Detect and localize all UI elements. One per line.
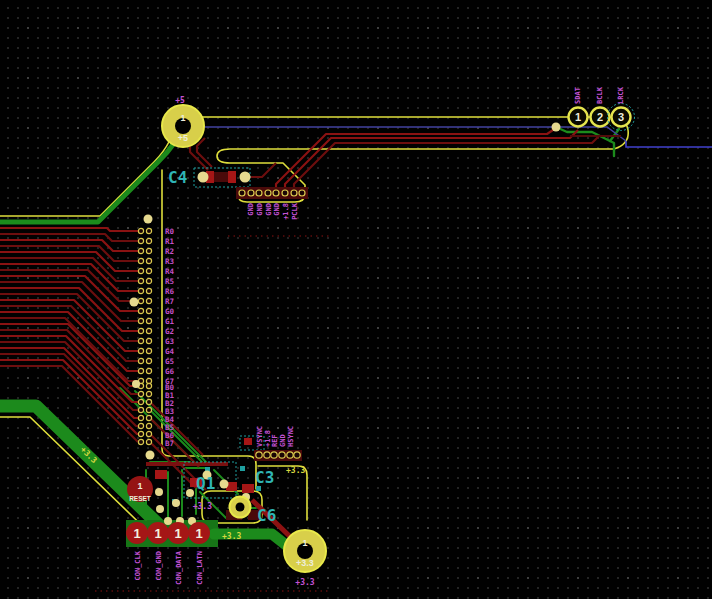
teal-pad[interactable] <box>240 466 245 471</box>
via-small[interactable] <box>552 123 561 132</box>
c4-padcap-2[interactable] <box>228 171 236 183</box>
silk-r3[interactable]: R3 <box>165 257 175 266</box>
silk-gnd-2[interactable]: GND <box>256 203 264 216</box>
reset-pad[interactable]: 1 RESET <box>127 476 153 502</box>
pad[interactable] <box>186 489 194 497</box>
silk-g1[interactable]: G1 <box>165 317 175 326</box>
silk-con-gnd[interactable]: CON_GND <box>155 551 163 581</box>
trace-blue-exit[interactable] <box>626 141 712 147</box>
pad[interactable] <box>155 488 163 496</box>
silk-pclk[interactable]: PCLK <box>291 202 299 220</box>
ffc-top-row[interactable]: GND GND GND GND +1.8 PCLK <box>228 187 330 236</box>
ref-c4[interactable]: C4 <box>168 168 187 187</box>
sync-header[interactable]: VSYNC +1.8 REF GND HSYNC <box>254 426 302 461</box>
silk-1v8[interactable]: +1.8 <box>282 203 290 220</box>
silk-gnd-b[interactable]: GND <box>279 434 287 447</box>
traces-red-c4[interactable] <box>190 133 276 177</box>
silk-r0[interactable]: R0 <box>165 227 175 236</box>
silk-ref[interactable]: REF <box>271 434 279 447</box>
silk-r2[interactable]: R2 <box>165 247 174 256</box>
audio-header[interactable]: 1 2 3 SDAT BCLK LRCK <box>552 86 635 131</box>
silk-r7[interactable]: R7 <box>165 297 174 306</box>
trace-r7[interactable] <box>0 270 138 301</box>
sync-pad[interactable] <box>264 452 270 458</box>
ffc-top-pad[interactable] <box>256 190 262 196</box>
outline-top[interactable] <box>0 117 628 216</box>
c6-via[interactable] <box>230 497 251 518</box>
silk-r5[interactable]: R5 <box>165 277 174 286</box>
silk-gnd-3[interactable]: GND <box>265 203 273 216</box>
pad[interactable] <box>172 499 180 507</box>
sync-pad[interactable] <box>294 452 300 458</box>
silk-con-data[interactable]: CON_DATA <box>175 550 183 585</box>
sync-pad[interactable] <box>287 452 293 458</box>
power-pad-33[interactable]: 1 +3.3 <box>284 530 326 572</box>
silk-bclk[interactable]: BCLK <box>596 86 604 104</box>
silk-g3[interactable]: G3 <box>165 337 175 346</box>
ffc-top-pad[interactable] <box>291 190 297 196</box>
ffc-top-pad[interactable] <box>265 190 271 196</box>
pad[interactable] <box>220 480 229 489</box>
rgb-connector[interactable]: R0 R1 R2 R3 R4 R5 R6 R7 G0 G1 G2 G3 G4 G… <box>138 227 174 448</box>
pcb-canvas[interactable]: 1 +5 +5 1 2 3 SDAT BCLK LRCK C4 GND <box>0 0 712 599</box>
silk-b7[interactable]: B7 <box>165 439 174 448</box>
silk-g5[interactable]: G5 <box>165 357 174 366</box>
silk-r1[interactable]: R1 <box>165 237 175 246</box>
sync-pad[interactable] <box>271 452 277 458</box>
via[interactable] <box>146 451 155 460</box>
copper-bottom-layer[interactable] <box>0 127 619 553</box>
silk-gnd-4[interactable]: GND <box>273 203 281 216</box>
ref-q1[interactable]: Q1 <box>196 474 215 493</box>
silk-g4[interactable]: G4 <box>165 347 175 356</box>
net-33-corner[interactable]: +3.3 <box>286 466 305 475</box>
trace-green-5v[interactable] <box>0 130 183 222</box>
net-33-trace[interactable]: +3.3 <box>222 532 241 541</box>
trace-red-ch2[interactable] <box>285 130 578 189</box>
trace-r0[interactable] <box>0 228 138 231</box>
power-via-5v[interactable]: 1 +5 <box>162 105 204 147</box>
c4-pad-1[interactable] <box>198 172 209 183</box>
pad[interactable] <box>156 505 164 513</box>
silk-r6[interactable]: R6 <box>165 287 175 296</box>
silk-con-clk[interactable]: CON_CLK <box>134 550 142 580</box>
ffc-top-pad[interactable] <box>282 190 288 196</box>
via[interactable] <box>130 298 139 307</box>
ref-c6[interactable]: C6 <box>257 506 276 525</box>
ref-c3[interactable]: C3 <box>255 468 274 487</box>
trace-red-ch3[interactable] <box>294 135 600 189</box>
silk-sdat[interactable]: SDAT <box>574 87 582 104</box>
smd-pad[interactable] <box>242 484 254 493</box>
con-header[interactable]: 1 1 1 1 CON_CLK CON_GND CON_DATA CON_LAT… <box>126 522 210 585</box>
ffc-top-pad[interactable] <box>273 190 279 196</box>
trace-green-lrck[interactable] <box>556 127 614 156</box>
sync-pad[interactable] <box>279 452 285 458</box>
silk-hsync[interactable]: HSYNC <box>287 426 295 447</box>
silk-gnd-1[interactable]: GND <box>247 203 255 216</box>
copper-top-left-bundle[interactable] <box>0 228 206 490</box>
silk-33-c6[interactable]: +3.3 <box>193 502 212 511</box>
copper-top-channel[interactable] <box>190 127 712 189</box>
ffc-top-pad[interactable] <box>248 190 254 196</box>
ffc-top-pad[interactable] <box>239 190 245 196</box>
silk-g2[interactable]: G2 <box>165 327 174 336</box>
silk-g0[interactable]: G0 <box>165 307 175 316</box>
via[interactable] <box>144 215 153 224</box>
c4-body[interactable] <box>214 172 228 182</box>
smd-pad[interactable] <box>244 438 252 445</box>
silk-vsync[interactable]: VSYNC <box>256 426 264 447</box>
reset-pad-number: 1 <box>137 481 142 491</box>
pad[interactable] <box>164 517 172 525</box>
ffc-top-pad[interactable] <box>299 190 305 196</box>
c4-pad-2[interactable] <box>240 172 251 183</box>
component-c4[interactable] <box>194 168 251 187</box>
silk-lrck[interactable]: LRCK <box>617 86 625 104</box>
via[interactable] <box>132 380 140 388</box>
silk-33-pad[interactable]: +3.3 <box>295 578 314 587</box>
silk-g6[interactable]: G6 <box>165 367 175 376</box>
sync-pad[interactable] <box>256 452 262 458</box>
silk-5v-label[interactable]: +5 <box>175 96 185 105</box>
outline-left[interactable] <box>162 170 256 489</box>
smd-pad[interactable] <box>155 470 167 479</box>
silk-r4[interactable]: R4 <box>165 267 175 276</box>
silk-con-latn[interactable]: CON_LATN <box>196 551 204 585</box>
